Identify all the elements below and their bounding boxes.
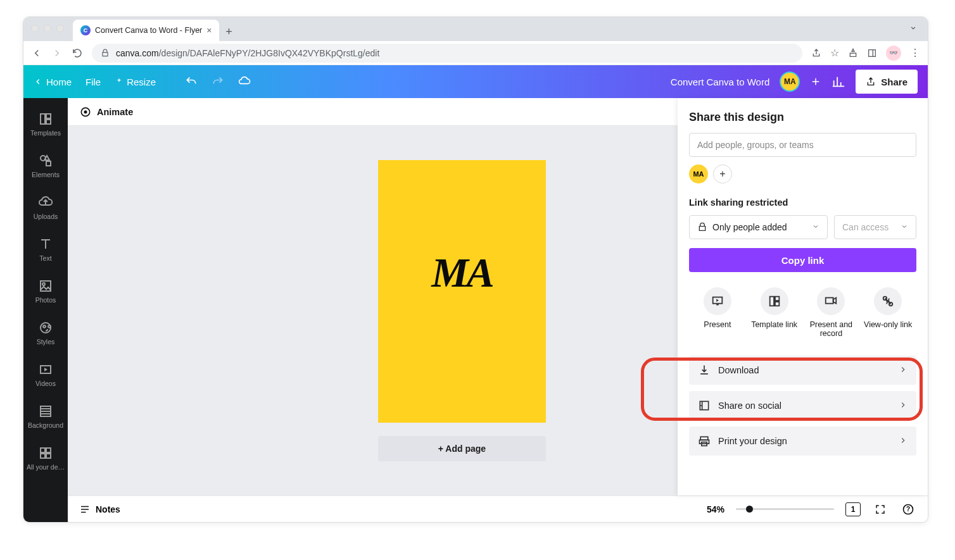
animate-label: Animate <box>97 107 133 117</box>
browser-window: C Convert Canva to Word - Flyer × + canv… <box>23 16 928 523</box>
share-icon <box>866 77 876 87</box>
view-only-link-icon <box>881 294 895 308</box>
copy-link-button[interactable]: Copy link <box>689 248 916 272</box>
sidebar-item-all-your-designs[interactable]: All your de… <box>23 437 68 479</box>
text-icon <box>38 237 53 252</box>
add-page-button[interactable]: + Add page <box>378 436 546 461</box>
sidepanel-icon[interactable] <box>867 48 877 58</box>
undo-button[interactable] <box>185 75 198 88</box>
resize-button[interactable]: Resize <box>115 77 156 87</box>
present-icon <box>711 294 724 308</box>
reload-button[interactable] <box>72 47 83 59</box>
help-button[interactable]: ? <box>900 501 916 518</box>
page-text[interactable]: MA <box>431 249 493 297</box>
share-option-label: Present <box>704 320 731 329</box>
share-page-icon[interactable] <box>811 48 821 58</box>
redo-button[interactable] <box>212 75 224 88</box>
notes-label: Notes <box>96 504 120 514</box>
footer-bar: Notes 54% 1 ? <box>68 495 928 522</box>
add-people-input[interactable]: Add people, groups, or teams <box>689 133 916 157</box>
page-manager-button[interactable]: 1 <box>845 502 861 516</box>
back-button[interactable] <box>31 47 42 59</box>
design-page[interactable]: MA <box>378 160 546 423</box>
sidebar-item-photos[interactable]: Photos <box>23 270 68 312</box>
close-tab-icon[interactable]: × <box>206 25 212 35</box>
sidebar-item-videos[interactable]: Videos <box>23 354 68 395</box>
svg-point-29 <box>889 302 893 306</box>
profile-avatar-icon[interactable]: 👓 <box>886 46 901 61</box>
zoom-slider[interactable] <box>736 508 834 510</box>
chevron-down-icon <box>901 222 908 232</box>
document-name[interactable]: Convert Canva to Word <box>671 77 769 87</box>
share-option-template-link[interactable]: Template link <box>747 287 802 338</box>
share-panel: Share this design Add people, groups, or… <box>678 98 928 495</box>
share-action-download[interactable]: Download <box>689 356 916 385</box>
share-action-share-social[interactable]: Share on social <box>689 391 916 420</box>
user-avatar[interactable]: MA <box>780 72 800 92</box>
fullscreen-button[interactable] <box>872 501 889 518</box>
share-action-print-design[interactable]: Print your design <box>689 426 916 456</box>
sidebar-item-text[interactable]: Text <box>23 228 68 270</box>
sidebar-item-background[interactable]: Background <box>23 395 68 437</box>
share-social-icon <box>698 399 711 412</box>
cloud-sync-icon[interactable] <box>238 75 251 88</box>
minimize-window-icon[interactable] <box>44 25 51 32</box>
sidebar-item-elements[interactable]: Elements <box>23 145 68 187</box>
add-member-icon[interactable] <box>810 76 821 87</box>
share-option-view-only-link[interactable]: View-only link <box>860 287 916 338</box>
canva-header: Home File Resize Convert Canva to Word M… <box>23 65 928 98</box>
bookmark-icon[interactable]: ☆ <box>830 47 839 59</box>
maximize-window-icon[interactable] <box>56 25 64 32</box>
sidebar-item-uploads[interactable]: Uploads <box>23 187 68 228</box>
tabs-dropdown-icon[interactable] <box>909 23 918 35</box>
lock-icon <box>697 222 707 232</box>
shared-user-avatar[interactable]: MA <box>689 165 708 184</box>
sidebar: TemplatesElementsUploadsTextPhotosStyles… <box>23 98 68 522</box>
lock-icon <box>101 49 110 58</box>
notes-icon <box>79 504 91 515</box>
extensions-icon[interactable] <box>848 48 858 58</box>
browser-tab[interactable]: C Convert Canva to Word - Flyer × <box>73 20 219 41</box>
link-permission-select: Can access <box>834 215 916 239</box>
share-action-label: Print your design <box>718 436 787 446</box>
sidebar-item-label: Background <box>28 421 63 429</box>
resize-label: Resize <box>127 77 156 87</box>
link-permission-value: Can access <box>842 222 889 232</box>
chevron-right-icon <box>899 365 908 376</box>
home-button[interactable]: Home <box>34 77 72 87</box>
template-link-icon <box>768 294 781 308</box>
url-domain: canva.com <box>116 48 159 58</box>
forward-button <box>51 47 63 59</box>
file-menu[interactable]: File <box>85 77 101 87</box>
url-path: /design/DAFAleFNyPY/2HJG8IvQX42VYBKpQrst… <box>159 48 380 58</box>
avatar-initials: MA <box>784 77 796 86</box>
tab-strip: C Convert Canva to Word - Flyer × + <box>23 17 928 41</box>
share-options: PresentTemplate linkPresent and recordVi… <box>689 287 916 349</box>
tab-title: Convert Canva to Word - Flyer <box>95 26 202 35</box>
sidebar-item-label: Photos <box>35 296 56 304</box>
share-option-present-record[interactable]: Present and record <box>803 287 859 338</box>
share-button[interactable]: Share <box>856 70 918 94</box>
insights-icon[interactable] <box>832 75 845 89</box>
share-label: Share <box>881 77 908 87</box>
address-bar: canva.com/design/DAFAleFNyPY/2HJG8IvQX42… <box>23 41 928 65</box>
photos-icon <box>38 278 53 294</box>
svg-rect-24 <box>769 297 773 306</box>
svg-point-8 <box>42 283 45 285</box>
share-option-present[interactable]: Present <box>690 287 745 338</box>
chevron-left-icon <box>34 77 42 86</box>
new-tab-button[interactable]: + <box>219 22 238 41</box>
download-icon <box>698 364 711 376</box>
close-window-icon[interactable] <box>31 25 39 32</box>
add-person-button[interactable]: + <box>713 165 732 184</box>
notes-button[interactable]: Notes <box>79 504 120 515</box>
sidebar-item-label: All your de… <box>27 463 65 471</box>
url-field[interactable]: canva.com/design/DAFAleFNyPY/2HJG8IvQX42… <box>92 44 802 63</box>
sidebar-item-templates[interactable]: Templates <box>23 103 68 145</box>
browser-menu-icon[interactable]: ⋮ <box>910 47 920 59</box>
link-access-select[interactable]: Only people added <box>689 215 828 239</box>
zoom-level[interactable]: 54% <box>707 504 724 514</box>
animate-button[interactable]: Animate <box>79 106 133 118</box>
uploads-icon <box>38 195 53 210</box>
sidebar-item-styles[interactable]: Styles <box>23 312 68 354</box>
